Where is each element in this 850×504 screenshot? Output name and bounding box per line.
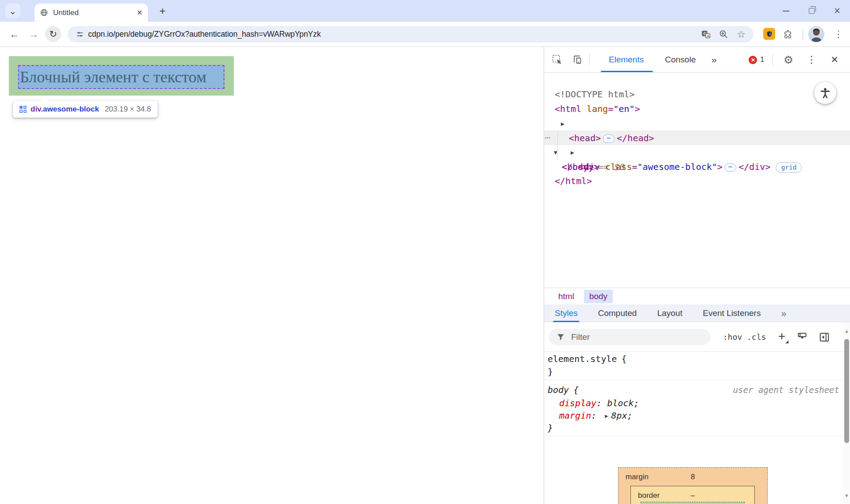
accessibility-fab[interactable] xyxy=(814,82,836,104)
site-info-icon[interactable] xyxy=(73,26,86,42)
forward-icon: → xyxy=(29,28,39,40)
tree-row-body[interactable]: ⋯ ▼ <body>== $0 xyxy=(544,116,850,131)
devtools-panel: Elements Console » 1 ⚙ ⋮ ✕ xyxy=(544,47,850,504)
body-rule-selector[interactable]: body{ xyxy=(548,384,579,396)
tree-row-html-close[interactable]: </html> xyxy=(544,159,850,174)
scrollbar-thumb[interactable] xyxy=(844,339,849,443)
settings-gear-icon[interactable]: ⚙ xyxy=(780,47,797,73)
tab-console[interactable]: Console xyxy=(665,47,696,73)
tab-elements[interactable]: Elements xyxy=(609,47,644,73)
new-tab-button[interactable]: + xyxy=(156,4,169,18)
back-button[interactable]: ← xyxy=(6,26,22,42)
tooltip-dimensions: 203.19 × 34.8 xyxy=(105,105,151,114)
more-sidebar-tabs-chevron-icon[interactable]: » xyxy=(781,304,786,322)
tab-styles[interactable]: Styles xyxy=(555,304,578,322)
toolbar-divider xyxy=(803,29,803,40)
tooltip-tag: div xyxy=(31,105,41,113)
chevron-down-icon: ⌄ xyxy=(9,7,17,15)
tab-close-icon[interactable]: ✕ xyxy=(137,9,143,16)
tab-layout[interactable]: Layout xyxy=(657,304,682,322)
error-badge-icon[interactable] xyxy=(749,56,757,64)
cls-toggle[interactable]: .cls xyxy=(747,329,766,345)
html-close-token: </html> xyxy=(555,174,592,189)
browser-toolbar: ← → ↻ cdpn.io/pen/debug/ZYGrrOx?authenti… xyxy=(0,22,850,47)
close-window-button[interactable]: ✕ xyxy=(824,0,850,22)
extensions-puzzle-icon[interactable] xyxy=(780,26,796,42)
more-panels-chevron-icon[interactable]: » xyxy=(711,47,717,73)
border-top-value[interactable]: – xyxy=(631,491,754,500)
plus-dropdown-corner xyxy=(785,340,788,343)
tree-row-head[interactable]: ▶ <head>⋯</head> xyxy=(544,102,850,116)
topbar-divider-2 xyxy=(773,54,773,66)
box-model-margin[interactable]: margin 8 border – xyxy=(618,467,768,504)
tooltip-class: .awesome-block xyxy=(41,105,99,113)
zoom-icon[interactable] xyxy=(716,26,730,42)
page-viewport: Блочный элемент с текстом div.awesome-bl… xyxy=(0,47,543,504)
grid-badge-icon xyxy=(19,106,27,113)
new-style-rule-button[interactable]: + xyxy=(774,329,789,345)
computed-sidebar-toggle-icon[interactable] xyxy=(819,331,830,343)
forward-button[interactable]: → xyxy=(26,26,42,42)
device-toolbar-icon xyxy=(572,54,583,65)
element-style-close: } xyxy=(548,365,553,378)
browser-window: ⌄ Untitled ✕ + ✕ ← → ↻ xyxy=(0,0,850,504)
box-model-padding[interactable] xyxy=(641,502,745,504)
url-text[interactable]: cdpn.io/pen/debug/ZYGrrOx?authentication… xyxy=(88,26,321,42)
translate-icon[interactable]: G A xyxy=(699,26,713,42)
tab-computed[interactable]: Computed xyxy=(598,304,637,322)
stylesheet-origin: user agent stylesheet xyxy=(733,384,839,396)
sidebar-tabs: Styles Computed Layout Event Listeners » xyxy=(544,304,850,322)
device-toolbar-button[interactable] xyxy=(569,47,587,73)
inspect-element-button[interactable] xyxy=(549,47,566,73)
tree-row-div[interactable]: ▶ <div class="awesome-block">⋯</div>grid xyxy=(544,131,850,145)
plus-icon: + xyxy=(778,329,785,343)
restore-icon xyxy=(809,8,815,14)
styles-pane: element.style{ } body{ user agent styles… xyxy=(544,352,843,460)
elements-tab-label: Elements xyxy=(609,55,644,65)
shorthand-expand-icon[interactable]: ▶ xyxy=(605,410,608,423)
margin-top-value[interactable]: 8 xyxy=(618,473,767,481)
filter-input[interactable] xyxy=(571,332,695,342)
breadcrumb: html body xyxy=(544,288,850,304)
rule-separator xyxy=(544,380,843,380)
tab-event-listeners[interactable]: Event Listeners xyxy=(703,304,761,322)
hov-toggle[interactable]: :hov xyxy=(723,329,742,345)
box-model-border[interactable]: border – xyxy=(630,486,755,504)
element-style-rule[interactable]: element.style{ xyxy=(548,353,627,365)
dom-tree: <!DOCTYPE html> <html lang="en"> ▶ <head… xyxy=(544,73,850,288)
breadcrumb-body[interactable]: body xyxy=(584,290,613,303)
highlighted-element-content-overlay: Блочный элемент с текстом xyxy=(18,65,224,89)
error-count[interactable]: 1 xyxy=(760,47,764,73)
profile-avatar[interactable] xyxy=(808,26,824,42)
prop-display[interactable]: display: block; xyxy=(559,397,639,410)
browser-tab[interactable]: Untitled ✕ xyxy=(35,4,148,22)
scroll-up-icon[interactable]: ▲ xyxy=(843,328,850,334)
close-icon: ✕ xyxy=(834,6,841,16)
omnibox[interactable]: cdpn.io/pen/debug/ZYGrrOx?authentication… xyxy=(68,26,753,42)
scroll-down-icon[interactable]: ▼ xyxy=(843,493,850,498)
body-rule-close: } xyxy=(548,422,553,435)
breadcrumb-html[interactable]: html xyxy=(558,292,574,301)
prop-margin[interactable]: margin: ▶8px; xyxy=(559,409,633,422)
minimize-button[interactable] xyxy=(773,0,799,22)
globe-icon xyxy=(40,8,48,17)
devtools-kebab-icon[interactable]: ⋮ xyxy=(803,47,820,73)
filter-pill[interactable] xyxy=(549,329,711,345)
bookmark-star-icon[interactable]: ☆ xyxy=(734,26,748,42)
tree-row-doctype[interactable]: <!DOCTYPE html> xyxy=(544,73,850,87)
tooltip-selector: div.awesome-block xyxy=(31,105,99,114)
browser-menu-kebab-icon[interactable]: ⋮ xyxy=(831,26,846,42)
extension-shield-icon[interactable] xyxy=(763,28,775,40)
reload-button[interactable]: ↻ xyxy=(45,26,61,42)
highlighted-element-padding-overlay[interactable]: Блочный элемент с текстом xyxy=(9,56,234,96)
styles-scrollbar[interactable]: ▲ ▼ xyxy=(843,322,850,504)
devtools-close-icon[interactable]: ✕ xyxy=(826,47,843,73)
rendering-brush-icon[interactable] xyxy=(796,331,808,343)
tree-row-html[interactable]: <html lang="en"> xyxy=(544,87,850,102)
tab-search-button[interactable]: ⌄ xyxy=(5,4,20,19)
tab-title: Untitled xyxy=(53,8,132,17)
kebab-icon: ⋮ xyxy=(834,29,843,39)
restore-button[interactable] xyxy=(799,0,824,22)
tree-row-body-close[interactable]: </body> xyxy=(544,145,850,160)
minimize-icon xyxy=(783,11,789,12)
